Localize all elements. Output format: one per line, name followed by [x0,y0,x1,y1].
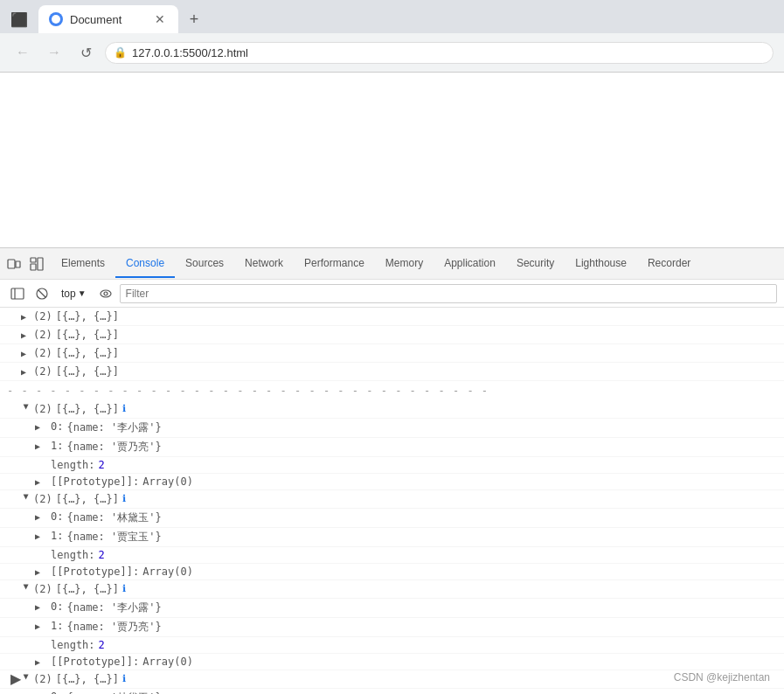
tab-favicon [49,12,63,26]
array-count: (2) [33,365,52,378]
array-count: (2) [33,347,52,359]
prop-index: 0: [51,691,63,694]
context-selector[interactable]: top ▼ [56,286,92,302]
svg-line-8 [38,290,45,297]
console-expanded-row[interactable]: ▶ (2) [{…}, {…}] ℹ [0,400,784,419]
tab-memory[interactable]: Memory [375,250,434,278]
console-expanded-row[interactable]: ▶ (2) [{…}, {…}] ℹ [0,670,784,689]
svg-point-9 [101,290,111,297]
console-child-item[interactable]: ▶ 0: {name: '李小露'} [0,599,784,618]
devtools-panel: Elements Console Sources Network Perform… [0,247,784,694]
console-child-item[interactable]: ▶ 1: {name: '贾宝玉'} [0,528,784,547]
array-preview: [{…}, {…}] [56,493,119,505]
array-preview: [{…}, {…}] [56,310,119,323]
console-prototype-item[interactable]: ▶ [[Prototype]]: Array(0) [0,474,784,490]
console-collapsed-row[interactable]: ▶ (2) [{…}, {…}] [0,308,784,326]
bottom-expand-arrow[interactable]: ▶ [10,670,21,687]
tab-network[interactable]: Network [234,250,294,278]
array-count: (2) [33,673,52,685]
browser-chrome: ⬛ Document ✕ + ← → ↺ 🔒 [0,0,784,73]
prop-index: 1: [51,620,63,635]
devtools-left-icons [3,253,47,274]
prototype-value: Array(0) [142,656,193,668]
expand-arrow-icon: ▶ [21,367,31,377]
device-toolbar-icon[interactable] [3,253,24,274]
console-length-item: length: 2 [0,457,784,474]
prop-value: {name: '贾乃亮'} [66,620,161,635]
prototype-label: [[Prototype]]: [51,656,139,668]
expand-arrow-icon: ▶ [35,512,45,525]
back-button[interactable]: ← [10,40,35,65]
console-expanded-row[interactable]: ▶ (2) [{…}, {…}] ℹ [0,490,784,509]
prop-index: 0: [51,600,63,615]
array-preview: [{…}, {…}] [56,347,119,359]
console-child-item[interactable]: ▶ 0: {name: '林黛玉'} [0,689,784,694]
tab-lighthouse[interactable]: Lighthouse [565,250,637,278]
tab-performance[interactable]: Performance [294,250,375,278]
array-count: (2) [33,310,52,323]
svg-rect-2 [31,258,36,262]
prototype-value: Array(0) [142,475,193,488]
address-bar: ← → ↺ 🔒 [0,33,784,72]
sidebar-toggle-button[interactable] [7,283,28,304]
expand-arrow-icon: ▶ [35,567,45,578]
prop-value: {name: '李小露'} [66,600,161,615]
console-child-item[interactable]: ▶ 1: {name: '贾乃亮'} [0,618,784,637]
watermark: CSDN @kejizhentan [674,671,770,684]
length-value: 2 [99,459,105,471]
new-tab-button[interactable]: + [182,7,206,31]
console-expanded-row[interactable]: ▶ (2) [{…}, {…}] ℹ [0,580,784,599]
url-input[interactable] [105,42,774,64]
console-prototype-item[interactable]: ▶ [[Prototype]]: Array(0) [0,564,784,580]
prop-value: {name: '林黛玉'} [66,510,161,525]
expand-arrow-icon: ▶ [35,602,45,615]
info-icon: ℹ [122,583,126,594]
address-wrapper: 🔒 [105,42,774,64]
array-count: (2) [33,493,52,505]
tab-close-button[interactable]: ✕ [152,11,168,27]
prototype-value: Array(0) [142,566,193,578]
array-preview: [{…}, {…}] [56,329,119,341]
prototype-label: [[Prototype]]: [51,566,139,578]
console-collapsed-row[interactable]: ▶ (2) [{…}, {…}] [0,363,784,381]
console-child-item[interactable]: ▶ 0: {name: '林黛玉'} [0,509,784,528]
expand-button[interactable]: ⬛ [7,7,31,31]
array-count: (2) [33,583,52,595]
expand-arrow-icon: ▶ [21,330,31,340]
tab-security[interactable]: Security [506,250,565,278]
expand-arrow-icon: ▶ [35,657,45,668]
array-count: (2) [33,403,52,415]
tab-elements[interactable]: Elements [51,250,115,278]
svg-rect-5 [11,288,24,299]
context-dropdown-icon: ▼ [78,288,87,298]
expand-arrow-icon: ▶ [35,477,45,488]
tab-bar: ⬛ Document ✕ + [0,0,784,33]
console-child-item[interactable]: ▶ 1: {name: '贾乃亮'} [0,438,784,457]
expand-arrow-icon: ▶ [22,405,31,415]
console-collapsed-row[interactable]: ▶ (2) [{…}, {…}] [0,344,784,363]
prop-value: {name: '贾乃亮'} [66,440,161,455]
filter-input[interactable] [120,284,777,303]
clear-console-button[interactable] [31,283,52,304]
svg-rect-4 [38,258,43,270]
console-collapsed-row[interactable]: ▶ (2) [{…}, {…}] [0,326,784,344]
length-label: length: [51,639,95,651]
tab-recorder[interactable]: Recorder [637,250,701,278]
active-tab[interactable]: Document ✕ [38,5,178,33]
tab-application[interactable]: Application [434,250,506,278]
info-icon: ℹ [122,673,126,684]
length-value: 2 [99,549,105,561]
eye-icon-button[interactable] [95,283,116,304]
tab-strip-left: ⬛ [7,7,31,31]
reload-button[interactable]: ↺ [73,40,98,65]
forward-button[interactable]: → [42,40,66,65]
array-count: (2) [33,329,52,341]
inspect-icon[interactable] [26,253,47,274]
console-prototype-item[interactable]: ▶ [[Prototype]]: Array(0) [0,654,784,670]
prototype-label: [[Prototype]]: [51,475,139,488]
array-preview: [{…}, {…}] [56,583,119,595]
console-child-item[interactable]: ▶ 0: {name: '李小露'} [0,419,784,438]
tab-console[interactable]: Console [115,250,175,278]
tab-sources[interactable]: Sources [175,250,234,278]
length-label: length: [51,549,95,561]
